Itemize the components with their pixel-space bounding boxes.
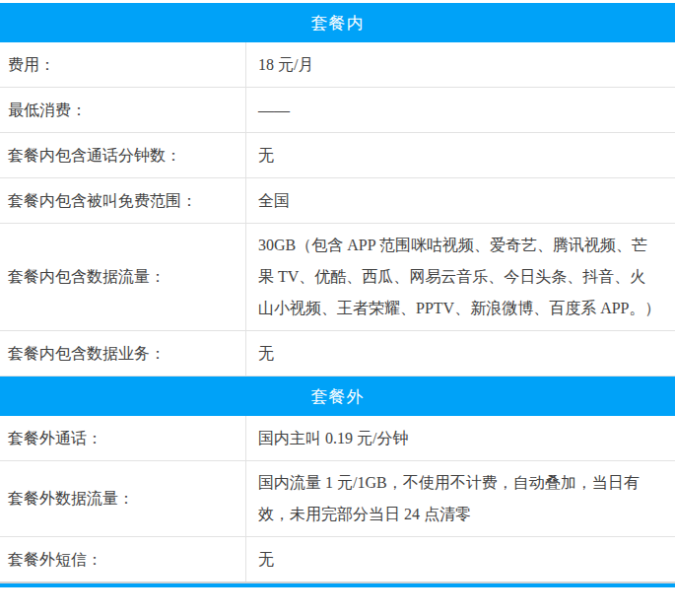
row-label-out-sms: 套餐外短信： — [0, 537, 246, 582]
table-row: 最低消费： —— — [0, 88, 675, 133]
partial-section-header-strip — [0, 583, 675, 587]
table-row: 套餐内包含数据流量： 30GB（包含 APP 范围咪咕视频、爱奇艺、腾讯视频、芒… — [0, 224, 675, 331]
table-row: 套餐内包含数据业务： 无 — [0, 331, 675, 376]
row-value-out-sms: 无 — [246, 537, 675, 582]
row-value-fee: 18 元/月 — [246, 42, 675, 87]
row-value-call-minutes: 无 — [246, 133, 675, 177]
tariff-table: 套餐内 费用： 18 元/月 最低消费： —— 套餐内包含通话分钟数： 无 套餐… — [0, 0, 675, 587]
row-value-out-data: 国内流量 1 元/1GB，不使用不计费，自动叠加，当日有效，未用完部分当日 24… — [246, 461, 675, 536]
section-header-in-plan: 套餐内 — [0, 3, 675, 42]
row-label-out-data: 套餐外数据流量： — [0, 461, 246, 536]
row-label-out-calls: 套餐外通话： — [0, 416, 246, 460]
table-row: 套餐外通话： 国内主叫 0.19 元/分钟 — [0, 416, 675, 461]
row-value-min-spend: —— — [246, 88, 675, 132]
table-row: 套餐内包含被叫免费范围： 全国 — [0, 178, 675, 224]
row-value-free-incoming-scope: 全国 — [246, 178, 675, 223]
row-label-fee: 费用： — [0, 42, 246, 87]
row-label-included-data-services: 套餐内包含数据业务： — [0, 331, 246, 376]
row-value-out-calls: 国内主叫 0.19 元/分钟 — [246, 416, 675, 460]
table-row: 费用： 18 元/月 — [0, 42, 675, 88]
row-value-included-data-services: 无 — [246, 331, 675, 376]
row-label-free-incoming-scope: 套餐内包含被叫免费范围： — [0, 178, 246, 223]
row-value-included-data: 30GB（包含 APP 范围咪咕视频、爱奇艺、腾讯视频、芒果 TV、优酷、西瓜、… — [246, 224, 675, 330]
row-label-included-data: 套餐内包含数据流量： — [0, 224, 246, 330]
row-label-call-minutes: 套餐内包含通话分钟数： — [0, 133, 246, 177]
row-label-min-spend: 最低消费： — [0, 88, 246, 132]
section-header-out-of-plan: 套餐外 — [0, 376, 675, 416]
table-row: 套餐外短信： 无 — [0, 537, 675, 583]
table-row: 套餐外数据流量： 国内流量 1 元/1GB，不使用不计费，自动叠加，当日有效，未… — [0, 461, 675, 537]
table-row: 套餐内包含通话分钟数： 无 — [0, 133, 675, 178]
